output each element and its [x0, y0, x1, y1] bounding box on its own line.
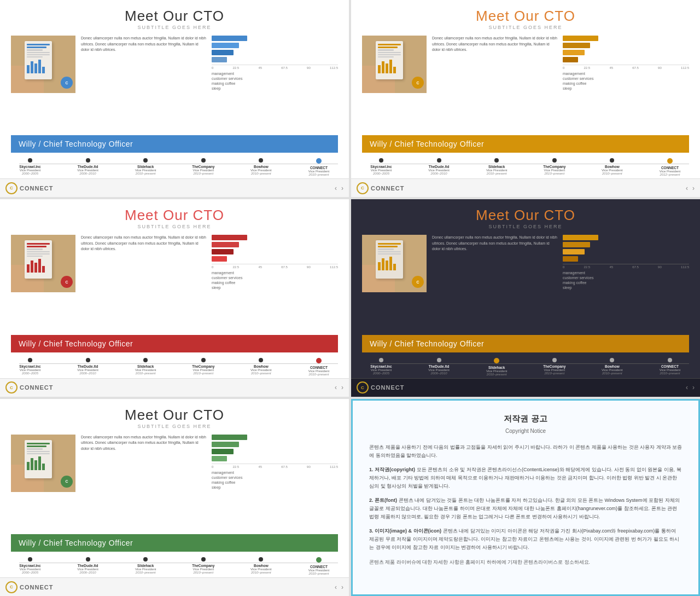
chart-bars-3: [212, 235, 338, 262]
nav-next-2[interactable]: ›: [692, 184, 695, 192]
tl5-item-5: Bowhow Vice President 2010–present: [242, 557, 280, 575]
legend-o-4: sleep: [563, 86, 689, 90]
legend-g-3: making coffee: [212, 481, 338, 484]
copyright-s3-title: 3. 이미지(image) & 아이콘(icon): [369, 528, 441, 534]
axis-2: 45: [258, 66, 262, 70]
axis-5: 112.5: [330, 66, 338, 70]
panel-5-header: Meet Our CTO SUBTITLE GOES HERE: [0, 399, 349, 430]
bar-row-d-3: [563, 249, 689, 254]
chart-legend-4: management customer services making coff…: [563, 271, 689, 290]
chart-bar-d-2: [382, 258, 384, 270]
chart-axis-5: 0 22.5 45 67.5 90 112.5: [212, 464, 338, 468]
bar-fill-d-3: [563, 249, 585, 254]
nav-arrows-4[interactable]: ‹ ›: [686, 384, 695, 391]
bar-row-r-2: [212, 242, 338, 247]
resume-doc: [25, 41, 52, 79]
chart-bar-r-2: [31, 261, 33, 273]
tl5-company-3: Slidehack: [137, 564, 154, 568]
panel-copyright: 저작권 공고 Copyright Notice 콘텐츠 제품을 사용하기 전에 …: [351, 399, 700, 596]
legend-r-1: management: [212, 271, 338, 275]
tl2-dot-5: [610, 158, 614, 163]
axis-o-5: 112.5: [681, 66, 689, 70]
connect-text-3: CONNECT: [20, 384, 53, 391]
nav-next-1[interactable]: ›: [341, 184, 343, 192]
bar-fill-r-1: [212, 235, 247, 240]
nav-prev-1[interactable]: ‹: [335, 184, 337, 192]
panel-3-header: Meet Our CTO SUBTITLE GOES HERE: [0, 199, 349, 230]
axis-o-4: 90: [658, 66, 662, 70]
panel-2-title: Meet Our CTO: [351, 8, 700, 25]
bottom-bar-2: C CONNECT ‹ ›: [351, 178, 700, 197]
name-bar-3: Willy / Chief Technology Officer: [11, 335, 338, 352]
bar-row-1: [212, 36, 338, 41]
chart-bar-r-3: [34, 263, 37, 273]
tl2-years-4: 2010–present: [544, 172, 564, 175]
tl2-dot-4: [552, 158, 557, 163]
nav-prev-4[interactable]: ‹: [686, 384, 688, 391]
nav-arrows-2[interactable]: ‹ ›: [686, 184, 695, 192]
tl4-years-6: 2010–present: [660, 372, 680, 375]
tl5-dot-1: [28, 557, 32, 562]
nav-arrows-3[interactable]: ‹ ›: [335, 384, 343, 391]
bar-fill-g-3: [212, 449, 234, 454]
resume-line-r-4: [27, 251, 50, 252]
tl2-company-6: CONNECT: [661, 166, 679, 170]
nav-prev-5[interactable]: ‹: [335, 583, 337, 591]
resume-line-o-1: [378, 44, 401, 45]
axis-o-1: 22.5: [584, 66, 591, 70]
timeline-dots-1: Skycrawl.Inc Vice President 2000–2005 Th…: [11, 158, 338, 176]
nav-next-4[interactable]: ›: [692, 384, 695, 391]
chart-axis-2: 0 22.5 45 67.5 90 112.5: [563, 65, 689, 70]
panel-dark: Meet Our CTO SUBTITLE GOES HERE C: [351, 199, 700, 396]
legend-o-2: customer services: [563, 77, 689, 80]
tl3-item-2: TheDude.ltd Vice President 2006–2010: [69, 358, 107, 376]
tl4-years-2: 2006–2010: [431, 372, 447, 375]
panel-2-profile: C Donec ullamcorper nulla non metus auct…: [351, 31, 700, 132]
nav-prev-3[interactable]: ‹: [335, 384, 337, 391]
tl2-company-5: Bowhow: [605, 165, 620, 169]
tl2-dot-3: [494, 158, 499, 163]
tl-dot-1: [28, 158, 32, 163]
chart-legend-2: management customer services making coff…: [563, 72, 689, 90]
legend-item-3: making coffee: [212, 82, 338, 85]
profile-info-3: Donec ullamcorper nulla non metus auctor…: [81, 235, 338, 291]
tl-item-3: Slidehack Vice President 2010–present: [126, 158, 165, 176]
chart-axis-3: 0 22.5 45 67.5 90 112.5: [212, 264, 338, 269]
nav-prev-2[interactable]: ‹: [686, 184, 688, 192]
tl5-item-4: TheCompany Vice President 2010–present: [184, 557, 223, 575]
chart-bar-4: [38, 60, 41, 73]
connect-logo-5: C CONNECT: [5, 581, 53, 593]
nav-next-5[interactable]: ›: [341, 583, 343, 591]
tl3-item-5: Bowhow Vice President 2010–present: [242, 358, 280, 376]
chart-bar-3: [34, 63, 37, 73]
panel-5-subtitle: SUBTITLE GOES HERE: [0, 424, 349, 429]
panel-3-image: C: [11, 235, 75, 292]
chart-bar-o-1: [378, 65, 381, 73]
bottom-bar-4: C CONNECT ‹ ›: [351, 378, 700, 397]
axis-r-2: 45: [258, 265, 262, 269]
nav-arrows-1[interactable]: ‹ ›: [335, 184, 343, 192]
bar-fill-4: [212, 57, 227, 62]
legend-g-2: customer services: [212, 476, 338, 479]
tl5-dot-2: [86, 557, 90, 562]
copyright-s1-title: 1. 저작권(copyright): [369, 467, 415, 472]
resume-chart-2: [378, 60, 401, 73]
tl4-company-1: Skycrawl.Inc: [370, 364, 392, 368]
bio-text-1: Donec ullamcorper nulla non metus auctor…: [81, 36, 207, 91]
nav-next-3[interactable]: ›: [341, 384, 343, 391]
bar-fill-g-4: [212, 456, 227, 461]
nav-arrows-5[interactable]: ‹ ›: [335, 583, 343, 591]
resume-line-6: [27, 56, 43, 57]
axis-g-4: 90: [307, 465, 311, 468]
tl3-company-2: TheDude.ltd: [78, 364, 98, 368]
bar-row-o-3: [563, 50, 689, 55]
tl3-company-1: Skycrawl.Inc: [19, 364, 40, 368]
bar-fill-r-4: [212, 256, 227, 262]
panel-2-header: Meet Our CTO SUBTITLE GOES HERE: [351, 0, 700, 31]
panel-3-subtitle: SUBTITLE GOES HERE: [0, 224, 349, 229]
copyright-s1-body: 모든 콘텐츠의 소유 및 저작권은 콘텐츠라이선스(ContentLicense…: [369, 467, 681, 489]
chart-area-4: 0 22.5 45 67.5 90 112.5 management custo…: [563, 235, 689, 291]
panel-5-profile: C Donec ullamcorper nulla non metus auct…: [0, 430, 349, 531]
tl-years-3: 2010–present: [136, 172, 156, 175]
tl-item-1: Skycrawl.Inc Vice President 2000–2005: [11, 158, 49, 176]
